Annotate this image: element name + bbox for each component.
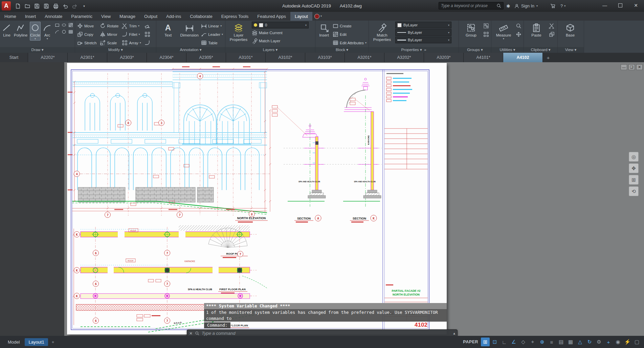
rotate-button[interactable]: Rotate [100,22,118,30]
object-snap-tracking-icon[interactable]: ⌖ [528,338,537,346]
paste-button[interactable]: Paste [526,22,547,38]
measure-button[interactable]: Measure ▾ [493,22,514,41]
edit-block-button[interactable]: Edit [333,30,367,39]
new-file-button[interactable] [14,2,22,10]
tab-featured-apps[interactable]: Featured Apps [253,12,290,21]
graphics-performance-icon[interactable]: ⚡ [623,338,632,346]
minimize-button[interactable]: — [597,0,612,11]
offset-button[interactable] [145,39,150,47]
tab-view[interactable]: View [97,12,115,21]
layout-paper[interactable]: PARTIAL FACADE #2 NORTH ELEVATION 4102 [67,63,447,334]
snap-mode-icon[interactable]: ⊡ [490,338,499,346]
selection-cycling-icon[interactable]: ▦ [566,338,575,346]
dimension-button[interactable]: Dimension [180,22,199,38]
a360-icon[interactable]: ✱ [506,0,510,12]
tab-output[interactable]: Output [140,12,162,21]
ortho-mode-icon[interactable]: ∟ [500,338,509,346]
edit-attributes-button[interactable]: Edit Attributes▾ [333,39,367,47]
app-store-icon[interactable] [550,0,555,12]
close-button[interactable]: ✕ [628,0,643,11]
group-button[interactable]: Group [461,22,481,38]
file-tab-a2303[interactable]: A2303* [107,53,147,62]
model-tab[interactable]: Model [4,338,23,346]
hatch-tool-icon[interactable] [68,22,74,28]
table-button[interactable]: Table [201,39,223,47]
help-search-field[interactable]: Type a keyword or phrase [439,2,504,9]
save-button[interactable] [32,2,41,10]
file-tab-a3102[interactable]: A3102* [266,53,305,62]
clean-screen-icon[interactable]: ▢ [632,338,641,346]
tab-annotate[interactable]: Annotate [40,12,67,21]
fillet-button[interactable]: Fillet▾ [122,30,141,39]
paper-space-indicator[interactable]: PAPER [463,340,478,344]
scale-button[interactable]: Scale [100,39,118,47]
file-tab-a3201[interactable]: A3201* [345,53,384,62]
linetype-dropdown[interactable]: ByLayer ▾ [395,29,451,36]
panel-title-annotation[interactable]: Annotation ▾ [156,47,225,53]
text-button[interactable]: A Text [158,22,178,38]
file-tab-a2301[interactable]: A2301* [68,53,107,62]
lineweight-icon[interactable]: ≡ [547,338,556,346]
id-point-button[interactable] [516,30,521,39]
search-icon[interactable] [496,3,501,8]
qat-dropdown[interactable]: ▾ [80,2,88,10]
insert-button[interactable]: Insert [317,22,331,38]
line-button[interactable]: Line [2,22,12,38]
mirror-button[interactable]: Mirror [100,30,118,39]
explode-button[interactable] [145,30,150,39]
leader-button[interactable]: Leader▾ [201,30,223,39]
panel-title-modify[interactable]: Modify ▾ [75,47,156,53]
isolate-objects-icon[interactable]: ◉ [614,338,622,346]
group-edit-button[interactable] [483,30,489,39]
lineweight-dropdown[interactable]: ByLayer ▾ [395,37,451,43]
panel-title-block[interactable]: Block ▾ [315,47,369,53]
open-file-button[interactable] [23,2,31,10]
file-tab-a2202[interactable]: A2202* [28,53,68,62]
file-tab-start[interactable]: Start [0,53,28,62]
tab-collaborate[interactable]: Collaborate [185,12,217,21]
tab-insert[interactable]: Insert [21,12,41,21]
trim-button[interactable]: Trim▾ [122,22,141,30]
array-button[interactable]: Array▾ [122,39,141,47]
panel-title-clipboard[interactable]: Clipboard ▾ [524,47,557,53]
quick-select-button[interactable] [516,22,521,30]
spline-tool-icon[interactable] [54,28,61,35]
file-tab-a4102[interactable]: A4102 [503,53,543,62]
tab-express-tools[interactable]: Express Tools [217,12,253,21]
polyline-button[interactable]: Polyline [14,22,28,38]
full-navigation-wheel-icon[interactable]: ◎ [629,152,639,162]
autocad-logo-icon[interactable]: A [2,1,11,10]
layout1-tab[interactable]: Layout1 [25,338,48,346]
object-color-dropdown[interactable]: ByLayer ▾ [395,22,451,28]
panel-title-draw[interactable]: Draw ▾ [0,47,75,53]
layer-dropdown[interactable]: 0 ▾ [252,22,309,28]
rectangle-tool-icon[interactable] [54,22,61,28]
command-search-icon[interactable] [195,331,199,335]
redo-button[interactable] [70,2,79,10]
panel-title-groups[interactable]: Groups ▾ [459,47,491,53]
new-drawing-tab-button[interactable]: + [543,53,554,62]
ribbon-options[interactable]: ▾ [314,12,322,21]
viewport-close-button[interactable]: ✕ [636,64,643,70]
ellipse-tool-icon[interactable] [61,22,67,28]
new-layout-button[interactable]: + [49,339,57,345]
tab-add-ins[interactable]: Add-ins [162,12,185,21]
restore-button[interactable] [613,0,628,11]
autoscale-icon[interactable]: ↻ [585,338,594,346]
linear-button[interactable]: Linear▾ [201,22,223,30]
copy-button[interactable]: Copy [77,30,96,39]
undo-button[interactable] [61,2,69,10]
object-snap-icon[interactable]: ⊕ [538,338,547,346]
file-tab-a4101[interactable]: A4101* [464,53,503,62]
command-close-icon[interactable]: ✕ [189,331,193,336]
erase-button[interactable] [145,22,150,30]
base-button[interactable]: Base [560,22,581,38]
tab-manage[interactable]: Manage [115,12,140,21]
workspace-gear-icon[interactable]: ⚙ [595,338,603,346]
viewport-minimize-button[interactable]: — [621,64,627,70]
panel-title-layers[interactable]: Layers ▾ [225,47,315,53]
tab-layout[interactable]: Layout [290,12,312,21]
grid-icon[interactable]: ⊞ [481,338,490,346]
plot-button[interactable] [51,2,60,10]
command-history-toggle-icon[interactable]: ▴ [453,331,455,335]
